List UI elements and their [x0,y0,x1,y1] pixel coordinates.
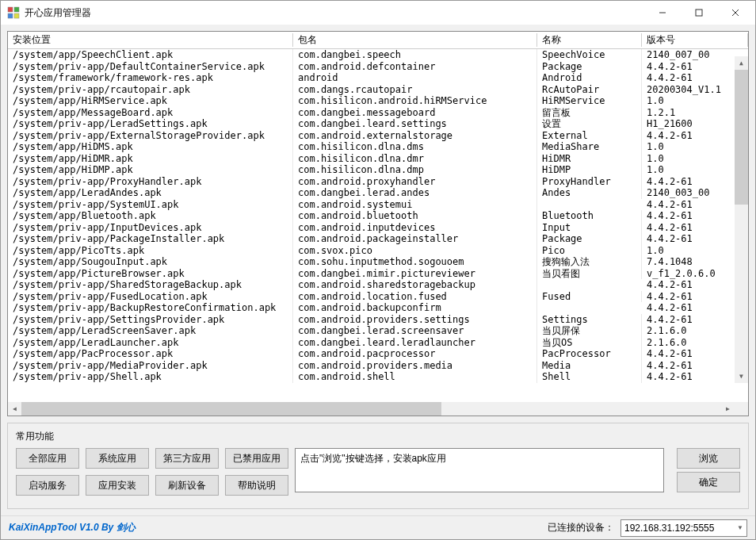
disabled-apps-button[interactable]: 已禁用应用 [225,448,288,469]
cell-ver: H1_21600 [642,118,748,130]
cell-path: /system/priv-app/InputDevices.apk [8,222,293,234]
cell-name: 设置 [537,118,642,130]
scroll-left-icon[interactable]: ◀ [8,402,21,416]
table-row[interactable]: /system/app/PicoTts.apkcom.svox.picoPico… [8,245,748,257]
cell-ver: 1.0 [642,245,748,257]
start-service-button[interactable]: 启动服务 [16,475,79,496]
browse-button[interactable]: 浏览 [677,448,740,469]
cell-ver: 4.4.2-61 [642,371,748,383]
scroll-down-icon[interactable]: ▼ [735,370,748,383]
svg-rect-1 [14,7,19,12]
cell-path: /system/priv-app/MediaProvider.apk [8,360,293,372]
cell-ver: 4.4.2-61 [642,233,748,245]
close-button[interactable] [717,1,754,25]
vertical-scrollbar[interactable]: ▲ ▼ [735,56,748,383]
maximize-button[interactable] [681,1,717,25]
table-row[interactable]: /system/priv-app/DefaultContainerService… [8,61,748,73]
hscroll-thumb[interactable] [21,402,441,416]
table-row[interactable]: /system/priv-app/LeradSettings.apkcom.da… [8,118,748,130]
table-row[interactable]: /system/priv-app/SettingsProvider.apkcom… [8,314,748,326]
cell-name: HiDMP [537,164,642,176]
table-row[interactable]: /system/priv-app/InputDevices.apkcom.and… [8,222,748,234]
cell-pkg: com.hisilicon.dlna.dms [293,141,537,153]
table-row[interactable]: /system/app/LeradScreenSaver.apkcom.dang… [8,325,748,337]
table-row[interactable]: /system/priv-app/SharedStorageBackup.apk… [8,279,748,291]
cell-path: /system/app/SpeechClient.apk [8,49,293,61]
chevron-down-icon: ▼ [737,524,743,531]
vscroll-thumb[interactable] [735,70,748,205]
scroll-corner [735,402,748,416]
titlebar: 开心应用管理器 [1,1,755,25]
column-name[interactable]: 名称 [537,33,642,47]
cell-name: External [537,130,642,142]
column-path[interactable]: 安装位置 [8,33,293,47]
confirm-button[interactable]: 确定 [677,472,740,492]
app-grid[interactable]: 安装位置 包名 名称 版本号 /system/app/SpeechClient.… [7,31,749,416]
apk-path-textbox[interactable]: 点击"浏览"按键选择，安装apk应用 [295,448,664,492]
table-row[interactable]: /system/priv-app/SystemUI.apkcom.android… [8,199,748,211]
help-button[interactable]: 帮助说明 [225,475,288,496]
cell-ver: 4.4.2-61 [642,314,748,326]
table-row[interactable]: /system/priv-app/rcautopair.apkcom.dangs… [8,84,748,96]
cell-name: Package [537,233,642,245]
cell-pkg: com.hisilicon.dlna.dmr [293,153,537,165]
refresh-device-button[interactable]: 刷新设备 [155,475,219,496]
install-app-button[interactable]: 应用安装 [86,475,149,496]
cell-pkg: com.android.providers.media [293,360,537,372]
column-package[interactable]: 包名 [293,33,537,47]
table-row[interactable]: /system/priv-app/PackageInstaller.apkcom… [8,233,748,245]
grid-body[interactable]: /system/app/SpeechClient.apkcom.dangbei.… [8,49,748,402]
table-row[interactable]: /system/priv-app/MediaProvider.apkcom.an… [8,360,748,372]
hscroll-track[interactable] [21,402,721,416]
cell-name: PacProcessor [537,348,642,360]
cell-pkg: com.hisilicon.dlna.dmp [293,164,537,176]
table-row[interactable]: /system/app/HiDMP.apkcom.hisilicon.dlna.… [8,164,748,176]
cell-pkg: android [293,72,537,84]
cell-ver: 1.0 [642,95,748,107]
cell-ver: 4.4.2-61 [642,61,748,73]
cell-path: /system/priv-app/rcautopair.apk [8,84,293,96]
all-apps-button[interactable]: 全部应用 [16,448,79,469]
cell-name: Package [537,61,642,73]
table-row[interactable]: /system/app/HiDMR.apkcom.hisilicon.dlna.… [8,153,748,165]
device-combobox[interactable]: 192.168.31.192:5555 ▼ [620,519,747,537]
table-row[interactable]: /system/priv-app/ExternalStorageProvider… [8,130,748,142]
scroll-right-icon[interactable]: ▶ [721,402,735,416]
table-row[interactable]: /system/app/HiDMS.apkcom.hisilicon.dlna.… [8,141,748,153]
svg-rect-5 [696,10,702,16]
table-row[interactable]: /system/app/LeradAndes.apkcom.dangbei.le… [8,187,748,199]
third-party-button[interactable]: 第三方应用 [155,448,219,469]
minimize-button[interactable] [644,1,681,25]
scroll-up-icon[interactable]: ▲ [735,56,748,70]
cell-pkg: com.android.systemui [293,199,537,211]
table-row[interactable]: /system/app/HiRMService.apkcom.hisilicon… [8,95,748,107]
cell-name: 搜狗输入法 [537,256,642,268]
cell-path: /system/priv-app/LeradSettings.apk [8,118,293,130]
table-row[interactable]: /system/priv-app/BackupRestoreConfirmati… [8,302,748,314]
table-row[interactable]: /system/app/MessageBoard.apkcom.dangbei.… [8,107,748,119]
table-row[interactable]: /system/priv-app/Shell.apkcom.android.sh… [8,371,748,383]
table-row[interactable]: /system/app/PacProcessor.apkcom.android.… [8,348,748,360]
table-row[interactable]: /system/priv-app/ProxyHandler.apkcom.and… [8,176,748,188]
cell-path: /system/app/LeradAndes.apk [8,187,293,199]
cell-ver: 1.2.1 [642,107,748,119]
cell-pkg: com.dangs.rcautopair [293,84,537,96]
system-apps-button[interactable]: 系统应用 [86,448,149,469]
cell-name: Bluetooth [537,210,642,222]
grid-header[interactable]: 安装位置 包名 名称 版本号 [8,32,748,49]
cell-pkg: com.hisilicon.android.hiRMService [293,95,537,107]
cell-pkg: com.dangbei.lerad.andes [293,187,537,199]
table-row[interactable]: /system/framework/framework-res.apkandro… [8,72,748,84]
table-row[interactable]: /system/app/PictureBrowser.apkcom.dangbe… [8,268,748,280]
table-row[interactable]: /system/priv-app/FusedLocation.apkcom.an… [8,291,748,303]
table-row[interactable]: /system/app/SougouInput.apkcom.sohu.inpu… [8,256,748,268]
cell-path: /system/app/LeradLauncher.apk [8,337,293,349]
table-row[interactable]: /system/app/SpeechClient.apkcom.dangbei.… [8,49,748,61]
table-row[interactable]: /system/app/LeradLauncher.apkcom.dangbei… [8,337,748,349]
cell-name: MediaShare [537,141,642,153]
cell-pkg: com.android.bluetooth [293,210,537,222]
vscroll-track[interactable] [735,70,748,370]
table-row[interactable]: /system/app/Bluetooth.apkcom.android.blu… [8,210,748,222]
horizontal-scrollbar[interactable]: ◀ ▶ [8,402,748,416]
column-version[interactable]: 版本号 [642,33,748,47]
